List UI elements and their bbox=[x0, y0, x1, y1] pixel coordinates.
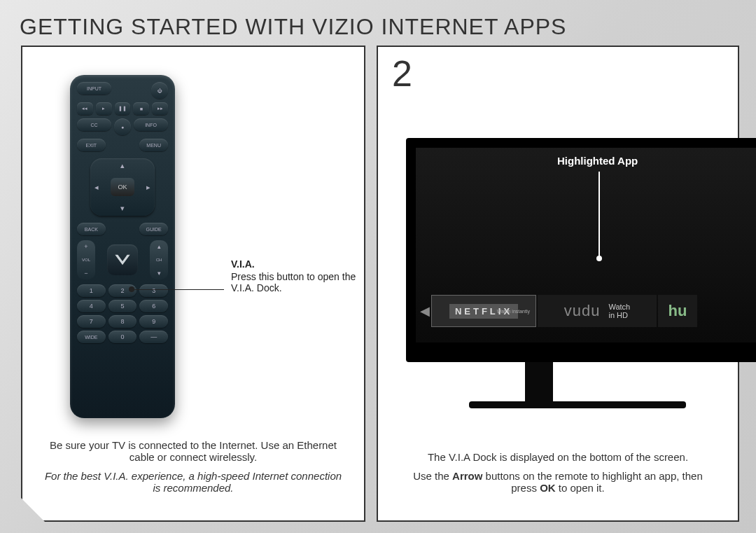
play-button[interactable]: ▸ bbox=[96, 102, 112, 115]
vudu-logo: vudu bbox=[564, 302, 601, 320]
num-1[interactable]: 1 bbox=[77, 284, 106, 297]
hulu-logo: hu bbox=[668, 302, 687, 320]
panel1-footer-line2: For the best V.I.A. experience, a high-s… bbox=[43, 470, 343, 494]
pause-button[interactable]: ❚❚ bbox=[115, 102, 131, 115]
tv-stand bbox=[525, 362, 553, 404]
num-8[interactable]: 8 bbox=[108, 315, 137, 328]
ok-button[interactable]: OK bbox=[111, 178, 134, 196]
cc-button[interactable]: CC bbox=[77, 118, 111, 131]
netflix-sub: Watch instantly bbox=[497, 309, 530, 314]
panel2-footer-line2: Use the Arrow buttons on the remote to h… bbox=[399, 470, 717, 494]
app-tile-hulu[interactable]: hu bbox=[658, 295, 697, 327]
num-0[interactable]: 0 bbox=[108, 331, 137, 343]
exit-button[interactable]: EXIT bbox=[77, 139, 106, 151]
num-9[interactable]: 9 bbox=[139, 315, 168, 328]
num-7[interactable]: 7 bbox=[77, 315, 106, 328]
back-button[interactable]: BACK bbox=[77, 223, 106, 235]
tv-frame: ◀ NETFLIX Watch instantly vudu Watchin H… bbox=[406, 138, 756, 362]
wide-button[interactable]: WIDE bbox=[77, 331, 106, 343]
page-title: GETTING STARTED WITH VIZIO INTERNET APPS bbox=[20, 14, 566, 40]
channel-rocker[interactable]: ▴ CH ▾ bbox=[150, 240, 168, 279]
panel-step-2: 2 ◀ NETFLIX Watch instantly vudu Watchin… bbox=[377, 46, 739, 522]
ch-down-icon[interactable]: ▾ bbox=[158, 270, 161, 277]
remote-control: INPUT ⏻ ◂◂ ▸ ❚❚ ■ ▸▸ CC ● INFO EXIT MENU… bbox=[70, 75, 175, 418]
vol-minus-icon[interactable]: − bbox=[84, 270, 88, 277]
via-callout-heading: V.I.A. bbox=[231, 258, 357, 270]
panel2-footer: The V.I.A Dock is displayed on the botto… bbox=[378, 451, 738, 501]
via-button[interactable] bbox=[107, 244, 138, 275]
stop-button[interactable]: ■ bbox=[133, 102, 149, 115]
highlight-pointer-line bbox=[598, 172, 600, 257]
input-button[interactable]: INPUT bbox=[77, 82, 111, 95]
arrow-down-icon[interactable]: ▾ bbox=[120, 204, 125, 213]
vizio-v-icon bbox=[113, 253, 132, 267]
guide-button[interactable]: GUIDE bbox=[139, 223, 168, 235]
via-callout: V.I.A. Press this button to open the V.I… bbox=[231, 258, 357, 293]
ch-up-icon[interactable]: ▴ bbox=[158, 243, 161, 250]
num-6[interactable]: 6 bbox=[139, 300, 168, 312]
vol-label: VOL bbox=[82, 258, 90, 262]
via-dock: ◀ NETFLIX Watch instantly vudu Watchin H… bbox=[419, 292, 756, 330]
dpad[interactable]: ▴ ▾ ◂ ▸ OK bbox=[90, 158, 155, 216]
arrow-right-icon[interactable]: ▸ bbox=[146, 183, 150, 192]
panel-step-1: INPUT ⏻ ◂◂ ▸ ❚❚ ■ ▸▸ CC ● INFO EXIT MENU… bbox=[21, 46, 365, 522]
panel1-footer: Be sure your TV is connected to the Inte… bbox=[22, 439, 364, 501]
num-3[interactable]: 3 bbox=[139, 284, 168, 297]
volume-rocker[interactable]: + VOL − bbox=[77, 240, 95, 279]
arrow-left-icon[interactable]: ◂ bbox=[94, 183, 99, 192]
tv-illustration: ◀ NETFLIX Watch instantly vudu Watchin H… bbox=[406, 96, 738, 397]
app-tile-netflix[interactable]: NETFLIX Watch instantly bbox=[431, 295, 536, 327]
record-button[interactable]: ● bbox=[114, 118, 131, 135]
app-tile-vudu[interactable]: vudu Watchin HD bbox=[538, 295, 657, 327]
panel2-footer-line1: The V.I.A Dock is displayed on the botto… bbox=[399, 451, 717, 463]
rewind-button[interactable]: ◂◂ bbox=[77, 102, 93, 115]
arrow-up-icon[interactable]: ▴ bbox=[120, 161, 125, 170]
step-number: 2 bbox=[392, 53, 412, 95]
dash-button[interactable]: — bbox=[139, 331, 168, 343]
via-callout-text: Press this button to open the V.I.A. Doc… bbox=[231, 271, 357, 293]
callout-line bbox=[133, 289, 224, 290]
highlighted-app-label: Highlighted App bbox=[557, 155, 638, 167]
num-5[interactable]: 5 bbox=[108, 300, 137, 312]
vol-plus-icon[interactable]: + bbox=[84, 243, 88, 250]
vudu-sub: Watchin HD bbox=[608, 303, 630, 319]
info-button[interactable]: INFO bbox=[134, 118, 168, 131]
highlight-pointer-dot bbox=[596, 256, 602, 261]
tv-base bbox=[469, 401, 686, 408]
ffwd-button[interactable]: ▸▸ bbox=[152, 102, 168, 115]
dock-left-arrow-icon[interactable]: ◀ bbox=[419, 292, 431, 330]
power-button[interactable]: ⏻ bbox=[151, 82, 168, 99]
panel1-footer-line1: Be sure your TV is connected to the Inte… bbox=[43, 439, 343, 463]
menu-button[interactable]: MENU bbox=[139, 139, 168, 151]
ch-label: CH bbox=[156, 258, 162, 262]
number-pad: 1 2 3 4 5 6 7 8 9 WIDE 0 — bbox=[77, 284, 168, 343]
num-4[interactable]: 4 bbox=[77, 300, 106, 312]
